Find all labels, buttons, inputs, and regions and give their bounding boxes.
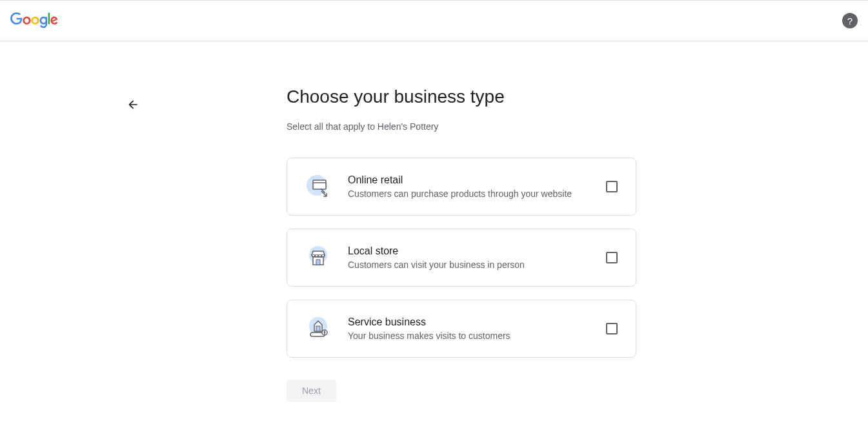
checkbox[interactable] [606,252,618,263]
option-service-business[interactable]: Service business Your business makes vis… [287,300,636,358]
service-business-icon [305,316,331,342]
help-icon[interactable]: ? [842,13,858,28]
option-title: Service business [348,316,589,328]
option-description: Customers can visit your business in per… [348,260,589,270]
option-online-retail[interactable]: Online retail Customers can purchase pro… [287,158,636,216]
form-content: Choose your business type Select all tha… [287,85,636,402]
option-title: Local store [348,245,589,257]
svg-rect-5 [316,260,320,265]
page-title: Choose your business type [287,85,636,108]
option-description: Customers can purchase products through … [348,189,589,199]
online-retail-icon [305,174,331,200]
google-logo[interactable] [10,12,58,28]
option-text: Service business Your business makes vis… [348,316,589,341]
page-subtitle: Select all that apply to Helen's Pottery [287,121,636,132]
back-button[interactable] [125,97,141,112]
option-text: Local store Customers can visit your bus… [348,245,589,270]
svg-rect-7 [316,326,320,331]
option-text: Online retail Customers can purchase pro… [348,174,589,199]
option-description: Your business makes visits to customers [348,331,589,341]
header: ? [0,0,868,41]
main-content: Choose your business type Select all tha… [0,41,868,402]
option-local-store[interactable]: Local store Customers can visit your bus… [287,229,636,287]
help-glyph: ? [847,15,853,26]
next-button[interactable]: Next [287,380,336,402]
svg-rect-1 [313,180,326,189]
back-column [0,85,287,402]
arrow-left-icon [126,98,139,111]
option-title: Online retail [348,174,589,186]
local-store-icon [305,245,331,271]
checkbox[interactable] [606,181,618,192]
checkbox[interactable] [606,323,618,334]
